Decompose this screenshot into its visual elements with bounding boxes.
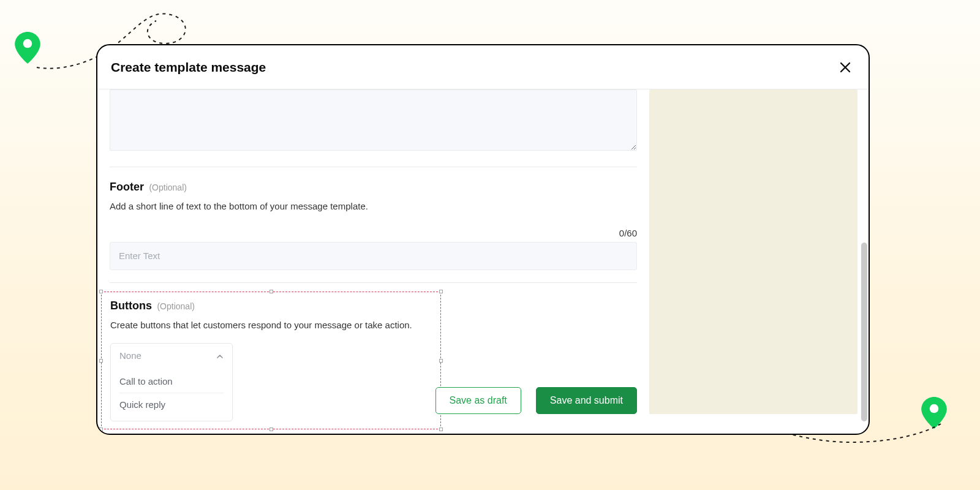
scrollbar[interactable] — [861, 89, 867, 428]
footer-section: Footer (Optional) Add a short line of te… — [110, 181, 637, 270]
buttons-title: Buttons — [110, 300, 152, 312]
preview-panel — [649, 89, 858, 414]
selection-handle — [270, 428, 273, 431]
divider — [110, 282, 637, 283]
footer-optional-label: (Optional) — [149, 183, 186, 192]
selection-handle — [439, 428, 443, 431]
scrollbar-thumb[interactable] — [861, 243, 867, 421]
selection-handle — [99, 428, 103, 431]
dropdown-option-call-to-action[interactable]: Call to action — [119, 370, 224, 393]
footer-description: Add a short line of text to the bottom o… — [110, 200, 637, 213]
chevron-up-icon — [216, 352, 224, 359]
selection-handle — [439, 359, 443, 363]
divider — [110, 167, 637, 167]
buttons-description: Create buttons that let customers respon… — [110, 318, 432, 332]
modal-body: Footer (Optional) Add a short line of te… — [97, 89, 869, 434]
close-button[interactable] — [835, 58, 855, 77]
footer-title: Footer — [110, 181, 144, 193]
save-submit-button[interactable]: Save and submit — [536, 387, 637, 414]
close-icon — [840, 59, 851, 75]
save-draft-button[interactable]: Save as draft — [435, 387, 521, 414]
dropdown-selected[interactable]: None — [111, 344, 232, 368]
selection-handle — [270, 290, 273, 293]
dropdown-list: Call to action Quick reply — [111, 368, 232, 421]
selection-handle — [99, 290, 103, 293]
map-pin-icon — [15, 32, 40, 64]
footer-char-count: 0/60 — [110, 228, 637, 238]
body-textarea[interactable] — [110, 89, 637, 151]
modal-header: Create template message — [97, 45, 869, 89]
footer-input[interactable] — [110, 242, 637, 270]
create-template-modal: Create template message Footer (Optional… — [96, 44, 870, 435]
buttons-section-highlighted: Buttons (Optional) Create buttons that l… — [101, 292, 441, 429]
dropdown-option-quick-reply[interactable]: Quick reply — [119, 393, 224, 416]
selection-handle — [439, 290, 443, 293]
selection-handle — [99, 359, 103, 363]
map-pin-icon — [921, 397, 947, 429]
buttons-optional-label: (Optional) — [157, 301, 194, 311]
buttons-type-dropdown[interactable]: None Call to action Quick reply — [110, 343, 233, 421]
dropdown-selected-label: None — [119, 350, 141, 361]
form-column: Footer (Optional) Add a short line of te… — [97, 89, 649, 434]
preview-column — [649, 89, 869, 434]
form-actions: Save as draft Save and submit — [435, 387, 637, 414]
modal-title: Create template message — [111, 60, 266, 75]
svg-point-0 — [23, 39, 32, 48]
svg-point-1 — [930, 404, 939, 413]
